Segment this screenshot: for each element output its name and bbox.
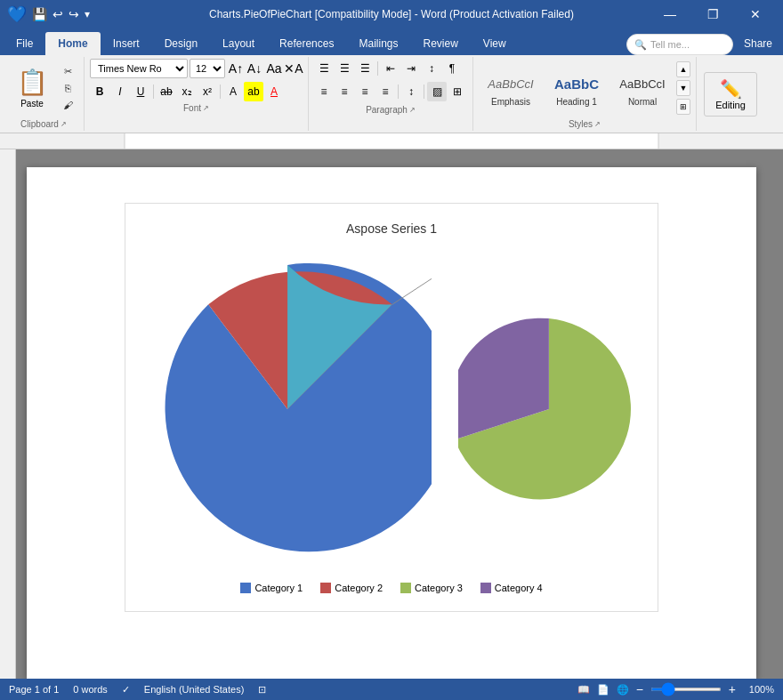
italic-button[interactable]: I: [110, 82, 130, 101]
strikethrough-button[interactable]: ab: [157, 82, 176, 101]
customize-icon[interactable]: ▾: [85, 8, 90, 20]
tab-layout[interactable]: Layout: [210, 32, 267, 55]
zoom-plus-button[interactable]: +: [729, 682, 736, 696]
share-button[interactable]: Share: [733, 32, 783, 55]
document-area: Aspose Series 1: [0, 149, 783, 679]
style-emphasis-label: Emphasis: [491, 97, 530, 107]
zoom-minus-button[interactable]: −: [636, 682, 643, 696]
redo-icon[interactable]: ↪: [69, 7, 79, 21]
subscript-button[interactable]: x₂: [177, 82, 197, 101]
tab-review[interactable]: Review: [410, 32, 470, 55]
font-name-select[interactable]: Times New Ro: [90, 59, 188, 78]
underline-button[interactable]: U: [131, 82, 150, 101]
sort-button[interactable]: ↕: [422, 59, 441, 78]
ruler-svg: [18, 133, 765, 149]
font-expand-icon[interactable]: ↗: [203, 104, 209, 112]
styles-scroll-down[interactable]: ▼: [676, 80, 690, 96]
restore-button[interactable]: ❐: [692, 0, 733, 28]
close-button[interactable]: ✕: [735, 0, 776, 28]
styles-expand-icon[interactable]: ↗: [594, 120, 601, 128]
tab-file[interactable]: File: [4, 32, 45, 55]
legend-item-cat3: Category 3: [400, 583, 463, 593]
tab-home[interactable]: Home: [45, 32, 100, 55]
highlight-button[interactable]: ab: [244, 82, 263, 101]
cut-button[interactable]: ✂: [57, 63, 78, 79]
language-indicator[interactable]: English (United States): [144, 684, 245, 695]
legend-color-cat3: [400, 583, 411, 593]
format-separator2: [220, 84, 221, 99]
copy-button[interactable]: ⎘: [57, 80, 78, 96]
clear-format-button[interactable]: ✕A: [285, 59, 303, 78]
proofing-icon[interactable]: ✓: [122, 684, 130, 696]
legend-label-cat4: Category 4: [495, 583, 543, 593]
decrease-indent-button[interactable]: ⇤: [381, 59, 400, 78]
undo-icon[interactable]: ↩: [52, 7, 63, 21]
macro-icon[interactable]: ⊡: [258, 684, 266, 696]
align-left-button[interactable]: ≡: [314, 82, 334, 101]
page-indicator: Page 1 of 1: [9, 684, 59, 695]
shading-button[interactable]: ▨: [427, 82, 447, 101]
editing-button[interactable]: ✏️ Editing: [704, 72, 757, 117]
tab-design[interactable]: Design: [152, 32, 210, 55]
save-icon[interactable]: 💾: [32, 7, 47, 21]
paragraph-expand-icon[interactable]: ↗: [409, 106, 416, 114]
print-layout-icon[interactable]: 📄: [597, 684, 609, 696]
style-heading1[interactable]: AaBbC Heading 1: [545, 61, 609, 115]
zoom-level[interactable]: 100%: [743, 684, 774, 695]
tab-insert[interactable]: Insert: [101, 32, 152, 55]
word-count: 0 words: [73, 684, 108, 695]
styles-expand[interactable]: ⊞: [676, 99, 690, 115]
web-layout-icon[interactable]: 🌐: [617, 684, 629, 696]
zoom-slider-track[interactable]: [650, 688, 722, 691]
style-emphasis-preview: AaBbCcI: [488, 72, 533, 97]
paste-label: Paste: [20, 99, 44, 109]
line-spacing-button[interactable]: ↕: [401, 82, 421, 101]
superscript-button[interactable]: x²: [198, 82, 217, 101]
read-mode-icon[interactable]: 📖: [577, 684, 590, 696]
tell-me-input[interactable]: 🔍 Tell me...: [626, 34, 733, 55]
styles-scroll-up[interactable]: ▲: [676, 61, 690, 77]
clipboard-small-buttons: ✂ ⎘ 🖌: [57, 63, 78, 113]
border-button[interactable]: ⊞: [448, 82, 467, 101]
multilevel-list-button[interactable]: ☰: [355, 59, 375, 78]
window-title: Charts.PieOfPieChart [Compatibility Mode…: [209, 8, 574, 20]
title-bar: 💙 💾 ↩ ↪ ▾ Charts.PieOfPieChart [Compatib…: [0, 0, 783, 28]
text-effects-button[interactable]: A: [223, 82, 243, 101]
font-group: Times New Ro 12 A↑ A↓ Aa ✕A B I U ab x₂: [85, 57, 309, 131]
styles-group-label: Styles ↗: [569, 119, 601, 129]
font-shrink-button[interactable]: A↓: [246, 59, 263, 78]
show-marks-button[interactable]: ¶: [442, 59, 462, 78]
font-group-label: Font ↗: [183, 103, 209, 113]
zoom-slider[interactable]: [650, 688, 722, 691]
align-center-button[interactable]: ≡: [335, 82, 354, 101]
style-normal[interactable]: AaBbCcI Normal: [610, 61, 674, 115]
clipboard-expand-icon[interactable]: ↗: [61, 120, 67, 128]
align-right-button[interactable]: ≡: [355, 82, 375, 101]
status-left: Page 1 of 1 0 words ✓ English (United St…: [9, 684, 266, 696]
numbered-list-button[interactable]: ☰: [335, 59, 354, 78]
paste-button[interactable]: 📋 Paste: [9, 61, 55, 115]
justify-button[interactable]: ≡: [375, 82, 395, 101]
font-size-select[interactable]: 12: [190, 59, 225, 78]
paragraph-group-label: Paragraph ↗: [366, 105, 416, 115]
font-size-buttons: A↑ A↓: [227, 59, 263, 78]
bullet-list-button[interactable]: ☰: [314, 59, 334, 78]
tab-view[interactable]: View: [471, 32, 519, 55]
change-case-button[interactable]: Aa: [265, 59, 283, 78]
format-painter-button[interactable]: 🖌: [57, 97, 78, 113]
minimize-button[interactable]: —: [650, 0, 690, 28]
font-selector-row: Times New Ro 12 A↑ A↓ Aa ✕A: [90, 59, 303, 78]
tab-references[interactable]: References: [267, 32, 346, 55]
window-controls: — ❐ ✕: [650, 0, 776, 28]
style-heading1-preview: AaBbC: [554, 72, 599, 97]
tab-mailings[interactable]: Mailings: [346, 32, 410, 55]
editing-icon: ✏️: [720, 78, 742, 100]
font-grow-button[interactable]: A↑: [227, 59, 245, 78]
style-normal-label: Normal: [628, 97, 657, 107]
style-emphasis[interactable]: AaBbCcI Emphasis: [479, 61, 543, 115]
increase-indent-button[interactable]: ⇥: [401, 59, 421, 78]
bold-button[interactable]: B: [90, 82, 109, 101]
font-color-button[interactable]: A: [264, 82, 284, 101]
para-sep1: [377, 61, 378, 76]
chart-container[interactable]: Aspose Series 1: [125, 203, 658, 612]
